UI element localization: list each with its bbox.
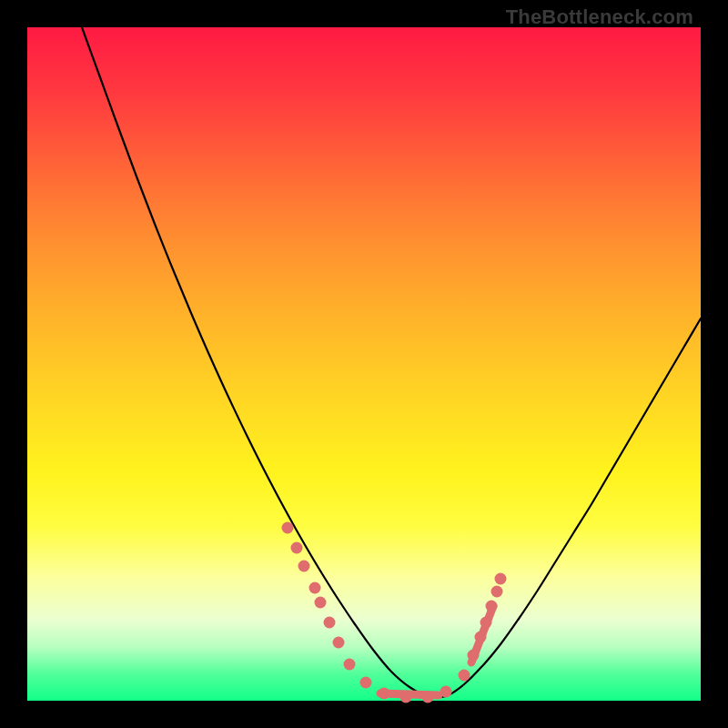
marker-dot <box>486 601 498 612</box>
marker-dot <box>422 692 434 703</box>
marker-dot <box>459 670 470 682</box>
marker-dot <box>468 650 480 662</box>
branding-watermark: TheBottleneck.com <box>506 5 693 29</box>
marker-dot <box>360 677 372 689</box>
marker-dot <box>344 659 356 671</box>
marker-dot <box>324 617 336 629</box>
marker-dot <box>333 637 345 649</box>
bottleneck-curve <box>82 27 701 697</box>
marker-dot <box>495 573 507 585</box>
marker-dot <box>491 586 503 598</box>
marker-dot <box>298 561 310 572</box>
plot-area <box>27 27 701 701</box>
curve-svg <box>27 27 701 701</box>
marker-dot <box>475 632 487 643</box>
marker-dot <box>379 688 390 700</box>
marker-dot <box>440 686 452 698</box>
chart-stage: TheBottleneck.com <box>0 0 728 728</box>
marker-dot <box>400 692 412 703</box>
marker-dot <box>480 617 492 629</box>
marker-dot <box>282 522 294 534</box>
marker-dot <box>291 542 303 554</box>
marker-dot <box>315 597 327 609</box>
marker-dot <box>309 582 321 594</box>
